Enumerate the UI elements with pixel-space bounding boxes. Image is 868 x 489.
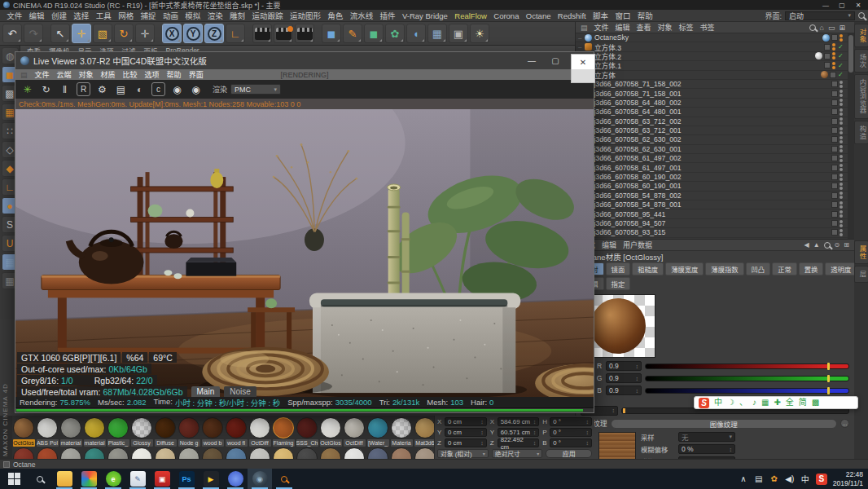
window-maximize-button[interactable]: ▢ xyxy=(835,2,848,9)
sogou-logo-icon[interactable]: S xyxy=(699,398,709,408)
collapse-icon[interactable]: ▭ xyxy=(828,24,835,32)
popup-close-icon[interactable]: ✕ xyxy=(572,55,594,69)
z-axis-lock-icon[interactable]: Z Z xyxy=(204,24,224,43)
viewer-maximize-button[interactable]: ▢ xyxy=(546,56,565,65)
tray-display-icon[interactable]: ▤ xyxy=(754,474,764,483)
enabled-check-icon[interactable]: ✓ xyxy=(838,71,845,78)
kernel-select[interactable]: PMC▾ xyxy=(230,84,281,95)
menu-item[interactable]: 动画 xyxy=(160,10,182,21)
layer-chip-icon[interactable] xyxy=(824,62,831,68)
channel-tab[interactable]: 粗糙度 xyxy=(632,262,664,275)
material-item[interactable]: Glossy xyxy=(130,416,153,447)
toolbar-separator[interactable] xyxy=(45,24,49,43)
material-item[interactable]: OctDiff xyxy=(248,416,271,447)
channel-tab[interactable]: 置换 xyxy=(799,262,824,275)
material-item[interactable] xyxy=(107,447,129,459)
media-player-icon[interactable]: ▶ xyxy=(199,469,223,489)
material-item[interactable]: OctGlos xyxy=(12,416,35,447)
octane-logo-icon[interactable]: ✳ xyxy=(20,82,34,96)
visibility-dots-icon[interactable] xyxy=(840,127,844,134)
deformer-icon[interactable]: ◖ xyxy=(406,24,426,43)
layer-chip-icon[interactable] xyxy=(831,192,838,199)
redo-icon[interactable]: ↷ xyxy=(24,24,43,43)
material-tag-icon[interactable] xyxy=(821,71,828,78)
object-list-scrollbar[interactable] xyxy=(848,33,854,239)
viewer-menu-item[interactable]: 比较 xyxy=(123,69,138,80)
menu-item[interactable]: 雕刻 xyxy=(226,10,248,21)
object-row[interactable]: Obj3d66_607058_63_712_002 xyxy=(576,117,848,126)
viewer-menu-item[interactable]: 选项 xyxy=(145,69,160,80)
spline-pen-icon[interactable]: ✎ xyxy=(343,24,362,43)
viewer-menu-item[interactable]: 帮助 xyxy=(167,69,182,80)
history-back-icon[interactable]: ◀ xyxy=(804,241,809,249)
sampling-select[interactable]: 无▾ xyxy=(678,432,735,442)
history-up-icon[interactable]: ▲ xyxy=(813,241,820,249)
layer-chip-icon[interactable] xyxy=(831,174,838,180)
object-manager-menu-item[interactable]: 书签 xyxy=(700,22,715,33)
material-picker-icon[interactable]: ◉ xyxy=(189,82,203,96)
material-item[interactable]: OctGlos xyxy=(319,416,342,447)
layer-chip-icon[interactable] xyxy=(831,99,838,106)
enabled-check-icon[interactable]: ✓ xyxy=(838,62,845,69)
object-manager-menu-item[interactable]: 编辑 xyxy=(616,22,630,33)
rotate-tool-icon[interactable]: ↻ xyxy=(114,24,134,43)
visibility-dots-icon[interactable] xyxy=(840,229,844,236)
material-item[interactable]: wood fl xyxy=(225,416,248,447)
menu-item[interactable]: 模拟 xyxy=(182,10,204,21)
ime-punctuation-icon[interactable]: 、 xyxy=(739,399,747,407)
apply-button[interactable]: 应用 xyxy=(546,449,592,458)
dock-tab[interactable]: 场次 xyxy=(854,49,868,73)
tray-sogou-icon[interactable]: S xyxy=(816,474,827,485)
object-row[interactable]: Obj3d66_607058_60_190_001 xyxy=(576,182,848,191)
material-item[interactable] xyxy=(59,447,82,459)
visibility-dots-icon[interactable] xyxy=(840,81,844,88)
object-row[interactable]: Obj3d66_607058_62_630_001 xyxy=(576,145,848,154)
material-item[interactable] xyxy=(154,447,177,459)
object-row[interactable]: Obj3d66_607058_64_480_001 xyxy=(576,108,848,117)
viewer-menu-item[interactable]: 界面 xyxy=(189,69,204,80)
live-viewer-titlebar[interactable]: Live Viewer 3.07-R2 中国C4D联盟中文汉化版 — ▢ ✕ xyxy=(15,52,594,69)
lock-resolution-icon[interactable]: ▤ xyxy=(114,82,128,96)
visibility-dots-icon[interactable] xyxy=(840,183,844,190)
material-item[interactable]: Plastic_ xyxy=(107,416,129,447)
material-item[interactable]: material xyxy=(59,416,82,447)
material-item[interactable]: Materia xyxy=(390,416,413,447)
material-item[interactable] xyxy=(272,447,295,459)
channel-slider[interactable] xyxy=(645,363,849,369)
ime-skin-icon[interactable]: ▩ xyxy=(812,399,819,407)
layer-chip-icon[interactable] xyxy=(830,72,836,78)
material-item[interactable]: material xyxy=(83,416,106,447)
visibility-dots-icon[interactable] xyxy=(840,192,844,199)
menu-item[interactable]: 运动图形 xyxy=(287,10,324,21)
menu-item[interactable]: 选择 xyxy=(70,10,92,21)
render-settings-icon[interactable] xyxy=(295,24,314,43)
photoshop-icon[interactable]: Ps xyxy=(174,469,199,489)
position-field[interactable]: 0 cm↕ xyxy=(445,417,487,426)
channel-tab[interactable]: 透明度 xyxy=(825,262,857,275)
scale-tool-icon[interactable]: ▧ xyxy=(93,24,112,43)
kernel-settings-icon[interactable]: ⚙ xyxy=(95,82,109,96)
generators-icon[interactable]: ◼ xyxy=(364,24,384,43)
material-item[interactable] xyxy=(201,447,224,459)
material-item[interactable] xyxy=(296,447,318,459)
attribute-menu-item[interactable]: 用户数据 xyxy=(623,240,652,250)
menu-item[interactable]: V-Ray Bridge xyxy=(399,11,451,20)
file-explorer-icon[interactable] xyxy=(52,469,77,489)
visibility-dots-icon[interactable] xyxy=(840,136,844,143)
pause-render-icon[interactable]: ‖ xyxy=(58,82,72,96)
dock-tab[interactable]: 对象 xyxy=(854,24,868,47)
primitive-cube-icon[interactable]: ◼ xyxy=(322,24,341,43)
tray-expand-icon[interactable]: ∧ xyxy=(739,474,748,483)
interface-select[interactable]: 启动▾ xyxy=(785,11,855,20)
tray-ime-lang-icon[interactable]: 中 xyxy=(800,473,810,485)
material-item[interactable]: SSS_Ch xyxy=(296,416,318,447)
rotation-field[interactable]: 0 °↕ xyxy=(550,428,592,437)
layer-chip-icon[interactable] xyxy=(831,127,838,134)
sogou-ime-bar[interactable]: S 中☽、♪▦✚全简▩ xyxy=(694,396,858,409)
attribute-menu-item[interactable]: 编辑 xyxy=(602,240,616,250)
material-item[interactable]: Diffuse xyxy=(154,416,177,447)
material-item[interactable] xyxy=(319,447,342,459)
render-view[interactable]: GTX 1060 6GB[P][T][6.1] %64 69°C Out-of-… xyxy=(15,109,594,397)
tab-noise[interactable]: Noise xyxy=(224,386,256,397)
lock-icon[interactable]: ⊙ xyxy=(835,241,840,249)
